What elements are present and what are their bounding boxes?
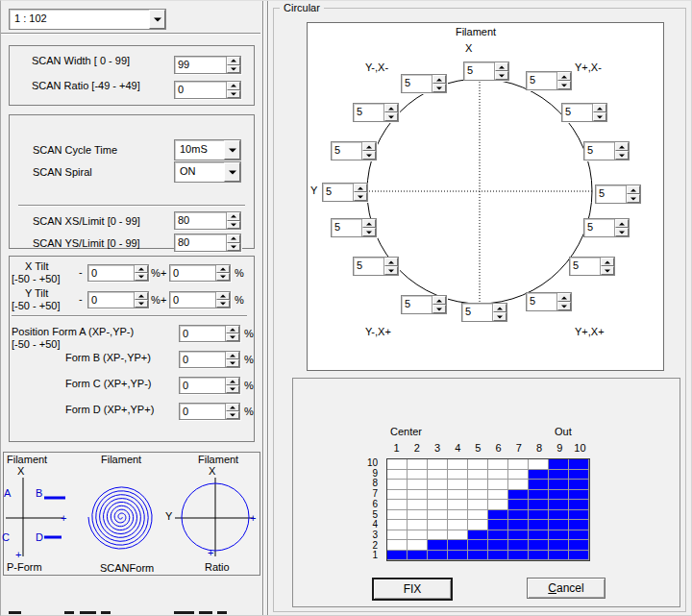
spinner-up-button[interactable] — [227, 212, 240, 221]
profile-grid-cell[interactable] — [428, 530, 448, 541]
preset-dropdown[interactable]: 1 : 102 — [9, 9, 166, 30]
circular-spinner-5[interactable]: 5 — [583, 218, 630, 237]
scan-xs-limit-spinner[interactable]: 80 — [174, 211, 241, 230]
profile-grid-cell[interactable] — [569, 520, 589, 530]
profile-grid-cell[interactable] — [468, 470, 488, 480]
profile-grid-cell[interactable] — [408, 520, 428, 530]
profile-grid-cell[interactable] — [387, 459, 408, 470]
profile-grid-cell[interactable] — [488, 500, 508, 510]
profile-grid-cell[interactable] — [448, 540, 468, 551]
profile-grid-cell[interactable] — [448, 530, 468, 541]
profile-grid-cell[interactable] — [488, 520, 508, 530]
spinner-down-button[interactable] — [557, 302, 571, 310]
profile-grid-cell[interactable] — [549, 490, 569, 501]
profile-grid-cell[interactable] — [569, 470, 589, 480]
spinner-down-button[interactable] — [226, 411, 239, 419]
spinner-down-button[interactable] — [226, 359, 239, 367]
circular-spinner-2[interactable]: 5 — [561, 103, 607, 122]
profile-grid-cell[interactable] — [408, 551, 428, 561]
profile-grid-cell[interactable] — [508, 530, 529, 541]
circular-spinner-13[interactable]: 5 — [331, 141, 377, 160]
profile-grid-cell[interactable] — [428, 480, 448, 490]
spinner-down-button[interactable] — [432, 84, 446, 92]
spinner-down-button[interactable] — [227, 243, 240, 252]
spinner-down-button[interactable] — [135, 300, 148, 308]
profile-grid-cell[interactable] — [569, 500, 589, 510]
spinner-up-button[interactable] — [615, 219, 629, 228]
form-b-spinner[interactable]: 0 — [179, 351, 240, 368]
circular-spinner-6[interactable]: 5 — [569, 257, 615, 276]
profile-grid-cell[interactable] — [488, 470, 508, 480]
spinner-up-button[interactable] — [226, 352, 239, 359]
circular-spinner-3[interactable]: 5 — [583, 141, 630, 160]
scan-cycle-time-dropdown[interactable]: 10mS — [174, 139, 241, 160]
circular-spinner-1[interactable]: 5 — [526, 71, 572, 90]
spinner-up-button[interactable] — [432, 296, 446, 305]
circular-spinner-4[interactable]: 5 — [595, 185, 641, 204]
profile-grid-cell[interactable] — [408, 490, 428, 501]
profile-grid-cell[interactable] — [569, 459, 589, 470]
profile-grid-cell[interactable] — [569, 530, 589, 541]
profile-grid-cell[interactable] — [387, 510, 408, 521]
spinner-up-button[interactable] — [362, 219, 376, 228]
spinner-down-button[interactable] — [384, 266, 398, 275]
profile-grid-cell[interactable] — [488, 551, 508, 561]
profile-grid-cell[interactable] — [428, 470, 448, 480]
spinner-down-button[interactable] — [627, 194, 640, 203]
fix-button[interactable]: FIX — [372, 578, 453, 601]
profile-grid-cell[interactable] — [448, 459, 468, 470]
profile-grid-cell[interactable] — [529, 530, 549, 541]
profile-grid-cell[interactable] — [569, 480, 589, 490]
profile-grid-cell[interactable] — [508, 459, 529, 470]
spinner-down-button[interactable] — [384, 112, 398, 121]
spinner-up-button[interactable] — [557, 293, 571, 302]
spinner-down-button[interactable] — [216, 300, 230, 308]
spinner-down-button[interactable] — [226, 333, 239, 341]
dropdown-arrow-button[interactable] — [224, 162, 240, 182]
spinner-up-button[interactable] — [557, 72, 571, 81]
spinner-up-button[interactable] — [627, 185, 640, 194]
spinner-down-button[interactable] — [354, 192, 367, 201]
profile-grid-cell[interactable] — [408, 530, 428, 541]
x-tilt-plus-spinner[interactable]: 0 — [169, 264, 231, 282]
profile-grid-cell[interactable] — [529, 480, 549, 490]
profile-grid-cell[interactable] — [508, 490, 529, 501]
profile-grid-cell[interactable] — [387, 530, 408, 541]
spinner-up-button[interactable] — [354, 184, 367, 192]
form-a-spinner[interactable]: 0 — [179, 325, 240, 342]
profile-grid-cell[interactable] — [508, 500, 529, 510]
profile-grid-cell[interactable] — [408, 510, 428, 521]
spinner-down-button[interactable] — [226, 385, 239, 393]
profile-grid[interactable] — [386, 458, 590, 561]
profile-grid-cell[interactable] — [529, 540, 549, 551]
profile-grid-cell[interactable] — [529, 459, 549, 470]
spinner-down-button[interactable] — [216, 273, 230, 281]
profile-grid-cell[interactable] — [387, 480, 408, 490]
profile-grid-cell[interactable] — [529, 510, 549, 521]
spinner-up-button[interactable] — [226, 404, 239, 411]
profile-grid-cell[interactable] — [468, 510, 488, 521]
spinner-down-button[interactable] — [135, 273, 148, 281]
profile-grid-cell[interactable] — [508, 551, 529, 561]
circular-spinner-11[interactable]: 5 — [331, 218, 377, 237]
y-tilt-minus-spinner[interactable]: 0 — [87, 291, 149, 308]
profile-grid-cell[interactable] — [569, 510, 589, 521]
profile-grid-cell[interactable] — [448, 470, 468, 480]
profile-grid-cell[interactable] — [448, 490, 468, 501]
profile-grid-cell[interactable] — [387, 490, 408, 501]
spinner-up-button[interactable] — [493, 304, 507, 312]
profile-grid-cell[interactable] — [508, 540, 529, 551]
profile-grid-cell[interactable] — [549, 480, 569, 490]
profile-grid-cell[interactable] — [529, 520, 549, 530]
spinner-down-button[interactable] — [557, 81, 571, 89]
spinner-up-button[interactable] — [384, 258, 398, 266]
profile-grid-cell[interactable] — [549, 520, 569, 530]
profile-grid-cell[interactable] — [508, 480, 529, 490]
profile-grid-cell[interactable] — [408, 470, 428, 480]
profile-grid-cell[interactable] — [468, 520, 488, 530]
dropdown-arrow-button[interactable] — [149, 10, 165, 29]
circular-spinner-9[interactable]: 5 — [401, 295, 447, 314]
spinner-down-button[interactable] — [493, 312, 507, 321]
spinner-up-button[interactable] — [227, 82, 240, 90]
circular-spinner-8[interactable]: 5 — [461, 303, 507, 322]
